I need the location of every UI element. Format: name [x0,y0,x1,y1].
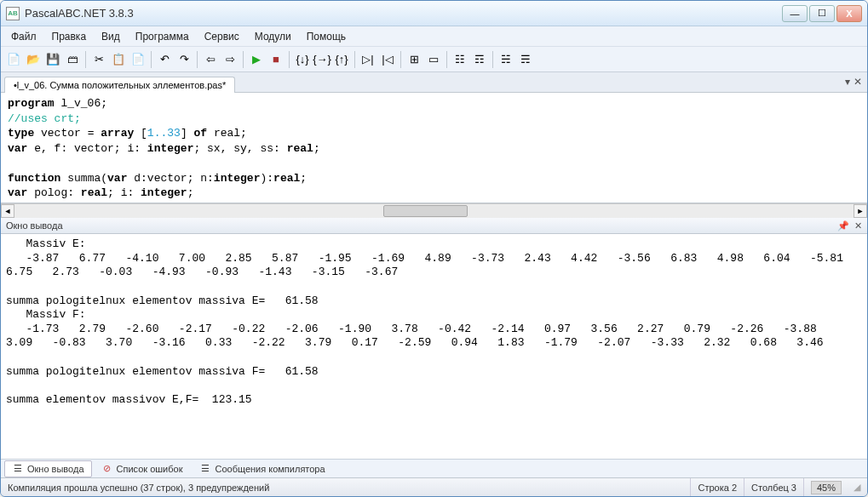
file-tab[interactable]: •l_v_06. Сумма положительных эллементов.… [4,77,235,93]
status-message: Компиляция прошла успешно (37 строк), 3 … [8,483,269,493]
window-controls: — ☐ X [782,5,862,22]
run-icon[interactable]: ▶ [247,50,266,69]
compiler-icon: ☰ [199,463,211,475]
close-panel-icon[interactable]: ✕ [854,220,862,231]
separator [289,51,290,68]
code-token: integer [214,172,261,185]
code-token: var [8,142,27,155]
stop-icon[interactable]: ■ [267,50,285,69]
bottom-tabs: ☰Окно вывода ⊘Список ошибок ☰Сообщения к… [1,459,867,477]
menu-modules[interactable]: Модули [248,28,298,45]
pin-icon[interactable]: 📌 [837,220,849,231]
menu-view[interactable]: Вид [95,28,127,45]
step-over-icon[interactable]: {→} [313,50,331,69]
separator [197,51,198,68]
tab-errors[interactable]: ⊘Список ошибок [94,460,191,477]
cut-icon[interactable]: ✂ [89,50,108,69]
code-token: vector = [34,127,101,140]
app-icon: AB [6,7,20,20]
code-token: integer [147,142,194,155]
code-token: var [8,186,27,199]
code-token: ; sx, sy, ss: [193,142,286,155]
window-title: PascalABC.NET 3.8.3 [25,7,782,20]
output-panel-header[interactable]: Окно вывода 📌 ✕ [1,217,867,234]
nav-back-icon[interactable]: ⇦ [201,50,220,69]
output-title: Окно вывода [6,220,63,231]
tab-errors-label: Список ошибок [117,464,183,474]
code-token: array [101,127,134,140]
code-token: ; [313,142,320,155]
code-token: l_v_06; [55,97,107,110]
separator [243,51,244,68]
bracket-right-icon[interactable]: ▷| [359,50,377,69]
code-token: ; [187,186,194,199]
copy-icon[interactable]: 📋 [109,50,128,69]
code-token: var [107,172,127,185]
save-icon[interactable]: 💾 [43,50,62,69]
app-window: AB PascalABC.NET 3.8.3 — ☐ X Файл Правка… [0,0,868,497]
menubar: Файл Правка Вид Программа Сервис Модули … [1,26,867,47]
close-button[interactable]: X [836,5,862,22]
code-token: real; [207,127,247,140]
titlebar[interactable]: AB PascalABC.NET 3.8.3 — ☐ X [1,1,867,26]
panel-icon[interactable]: ▭ [424,50,443,69]
undo-icon[interactable]: ↶ [155,50,174,69]
code-token: of [193,127,207,140]
separator [151,51,152,68]
save-all-icon[interactable]: 🗃 [63,50,82,69]
toolbar: 📄 📂 💾 🗃 ✂ 📋 📄 ↶ ↷ ⇦ ⇨ ▶ ■ {↓} {→} {↑} ▷|… [1,47,867,72]
code-token: function [8,172,60,185]
module-icon[interactable]: ☷ [451,50,469,69]
output-panel[interactable]: Massiv E: -3.87 6.77 -4.10 7.00 2.85 5.8… [1,234,867,459]
separator [446,51,447,68]
scroll-left-icon[interactable]: ◄ [1,204,14,218]
tab-compiler[interactable]: ☰Сообщения компилятора [192,460,332,477]
menu-file[interactable]: Файл [4,28,43,45]
menu-service[interactable]: Сервис [198,28,246,45]
code-token: summa( [60,172,107,185]
redo-icon[interactable]: ↷ [175,50,193,69]
scroll-track[interactable] [14,204,854,218]
open-file-icon[interactable]: 📂 [24,50,43,69]
scroll-thumb[interactable] [383,205,468,217]
editor-hscrollbar[interactable]: ◄ ► [1,203,867,217]
nav-forward-icon[interactable]: ⇨ [221,50,239,69]
tab-output[interactable]: ☰Окно вывода [4,460,92,477]
menu-program[interactable]: Программа [129,28,196,45]
code-token: d:vector; n: [127,172,213,185]
code-token: real [81,186,107,199]
scroll-right-icon[interactable]: ► [854,204,867,218]
separator [492,51,493,68]
module2-icon[interactable]: ☶ [470,50,489,69]
status-line: Строка 2 [690,478,744,496]
code-token: ): [260,172,273,185]
tab-compiler-label: Сообщения компилятора [215,464,325,474]
editor-tabs: •l_v_06. Сумма положительных эллементов.… [1,72,867,93]
tool-b-icon[interactable]: ☴ [516,50,535,69]
step-out-icon[interactable]: {↑} [332,50,351,69]
tool-a-icon[interactable]: ☵ [497,50,515,69]
grid-icon[interactable]: ⊞ [405,50,423,69]
tab-dropdown-icon[interactable]: ▾ [845,76,850,88]
separator [85,51,86,68]
minimize-button[interactable]: — [782,5,808,22]
code-token: 1..33 [147,127,181,140]
code-blank [8,157,14,169]
tab-close-icon[interactable]: ✕ [854,76,862,88]
maximize-button[interactable]: ☐ [809,5,835,22]
code-token: [ [134,127,147,140]
code-editor[interactable]: program l_v_06; //uses crt; type vector … [1,93,867,203]
code-token: integer [141,186,187,199]
step-into-icon[interactable]: {↓} [293,50,312,69]
separator [400,51,401,68]
paste-icon[interactable]: 📄 [129,50,147,69]
bracket-left-icon[interactable]: |◁ [378,50,397,69]
code-comment: //uses crt; [8,112,81,125]
status-column: Столбец 3 [744,478,803,496]
menu-edit[interactable]: Правка [45,28,94,45]
statusbar: Компиляция прошла успешно (37 строк), 3 … [1,477,867,496]
menu-help[interactable]: Помощь [300,28,353,45]
resize-grip-icon[interactable]: ◢ [848,482,860,493]
new-file-icon[interactable]: 📄 [4,50,23,69]
errors-icon: ⊘ [101,463,113,475]
